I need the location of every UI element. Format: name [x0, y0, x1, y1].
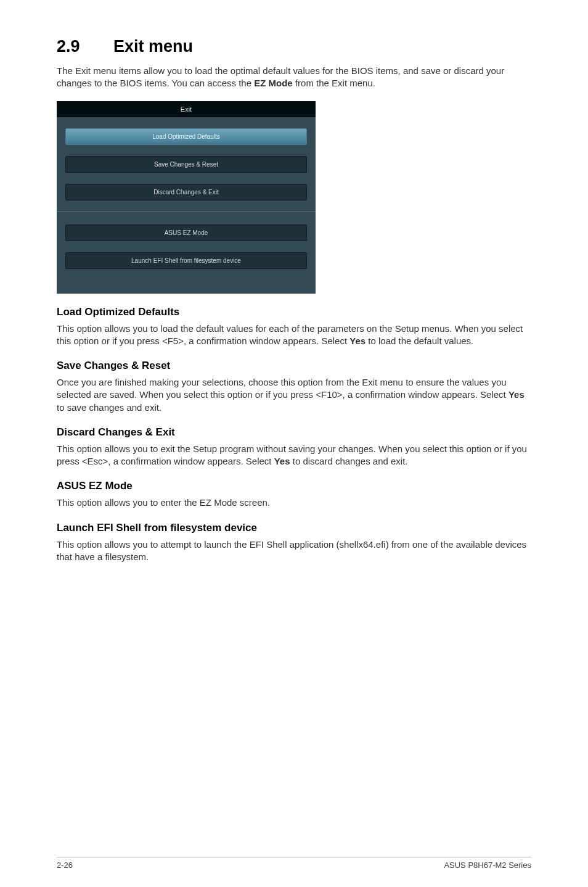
body-bold-2: Yes: [508, 389, 525, 400]
section-title: Exit menu: [113, 37, 193, 56]
body-text-3b: to discard changes and exit.: [290, 456, 408, 466]
bios-save-changes-reset-button[interactable]: Save Changes & Reset: [65, 156, 307, 173]
subheading-launch-efi: Launch EFI Shell from filesystem device: [57, 522, 531, 534]
intro-text-2: from the Exit menu.: [293, 78, 375, 88]
bios-panel-header: Exit: [57, 101, 316, 117]
subheading-asus-ez-mode: ASUS EZ Mode: [57, 480, 531, 492]
section-number: 2.9: [57, 37, 80, 56]
bios-launch-efi-shell-button[interactable]: Launch EFI Shell from filesystem device: [65, 252, 307, 269]
intro-paragraph: The Exit menu items allow you to load th…: [57, 65, 531, 90]
body-text-2a: Once you are finished making your select…: [57, 377, 508, 400]
intro-bold: EZ Mode: [254, 78, 293, 88]
body-load-optimized: This option allows you to load the defau…: [57, 323, 531, 348]
body-launch-efi: This option allows you to attempt to lau…: [57, 538, 531, 564]
bios-exit-panel: Exit Load Optimized Defaults Save Change…: [57, 101, 316, 294]
footer-page-number: 2-26: [57, 860, 73, 870]
bios-asus-ez-mode-button[interactable]: ASUS EZ Mode: [65, 225, 307, 241]
bios-discard-changes-exit-button[interactable]: Discard Changes & Exit: [65, 184, 307, 200]
subheading-load-optimized: Load Optimized Defaults: [57, 306, 531, 318]
section-header: 2.9 Exit menu: [57, 37, 531, 56]
subheading-discard-changes: Discard Changes & Exit: [57, 426, 531, 439]
bios-separator: [57, 212, 316, 212]
body-bold-3: Yes: [274, 456, 290, 466]
footer-product-name: ASUS P8H67-M2 Series: [444, 860, 531, 870]
bios-load-optimized-defaults-button[interactable]: Load Optimized Defaults: [65, 128, 307, 145]
body-discard-changes: This option allows you to exit the Setup…: [57, 443, 531, 468]
body-asus-ez-mode: This option allows you to enter the EZ M…: [57, 497, 531, 509]
subheading-save-changes: Save Changes & Reset: [57, 360, 531, 372]
body-text-1b: to load the default values.: [365, 336, 473, 346]
body-text-2b: to save changes and exit.: [57, 402, 161, 413]
page-footer: 2-26 ASUS P8H67-M2 Series: [57, 857, 531, 870]
bios-panel-body: Load Optimized Defaults Save Changes & R…: [57, 117, 316, 283]
body-save-changes: Once you are finished making your select…: [57, 376, 531, 414]
body-bold-1: Yes: [349, 336, 365, 346]
